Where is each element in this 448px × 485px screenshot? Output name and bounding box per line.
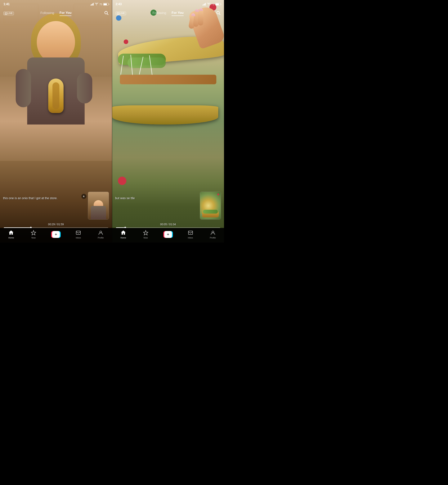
battery-fill-left — [104, 3, 107, 5]
progress-current-right: 00:05 — [160, 223, 167, 226]
progress-area-left: 00:29 / 01:59 — [0, 223, 112, 228]
face — [37, 21, 75, 63]
progress-time-right: 00:05 / 01:04 — [116, 223, 220, 226]
wifi-icon-right — [207, 3, 210, 6]
svg-line-3 — [107, 14, 108, 15]
live-badge-right: LIVE — [116, 12, 126, 15]
tab-following-left[interactable]: Following — [40, 11, 54, 16]
home-label-right: Home — [120, 237, 126, 239]
nav-item-now-left[interactable]: Now — [28, 230, 39, 239]
plate-lower — [112, 137, 224, 195]
profile-icon-left — [98, 230, 103, 236]
pip-person-body — [91, 206, 106, 219]
nav-item-profile-right[interactable]: Profile — [207, 230, 219, 239]
status-bar-left: 1:41 75 — [0, 0, 112, 8]
svg-marker-8 — [118, 13, 119, 14]
battery-left: 75 — [99, 3, 108, 6]
plus-icon-right: + — [167, 232, 169, 237]
pip-thumbnail-right[interactable] — [200, 192, 221, 219]
svg-marker-1 — [6, 13, 7, 14]
nav-bar-right: LIVE Following For You — [112, 8, 224, 18]
bottom-nav-right: Home Now + — [112, 228, 224, 242]
panel-divider — [112, 0, 112, 242]
avocado-2 — [128, 57, 166, 68]
nav-item-profile-left[interactable]: Profile — [95, 230, 106, 239]
left-panel: 1:41 75 — [0, 0, 112, 242]
status-bar-right: 2:43 71 — [112, 0, 224, 8]
home-icon-left — [8, 230, 14, 236]
pip-dot-1 — [217, 194, 219, 195]
protein — [120, 75, 216, 84]
nav-item-inbox-left[interactable]: Inbox — [72, 230, 84, 239]
inbox-label-left: Inbox — [76, 237, 81, 239]
profile-icon-right — [210, 230, 216, 236]
nav-tabs-left: Following For You — [40, 11, 72, 16]
nav-item-home-right[interactable]: Home — [118, 230, 129, 239]
bread-item — [48, 79, 64, 113]
svg-rect-12 — [188, 231, 192, 234]
nav-bar-left: LIVE Following For You — [0, 8, 112, 18]
battery-fill-right — [216, 3, 219, 5]
svg-line-10 — [219, 14, 220, 15]
progress-total-right: 01:04 — [169, 223, 176, 226]
pip-thumbnail-left[interactable] — [88, 192, 109, 219]
bread-crease — [52, 82, 59, 109]
nav-item-home-left[interactable]: Home — [5, 230, 17, 239]
person-figure — [16, 11, 96, 136]
nav-item-inbox-right[interactable]: Inbox — [185, 230, 196, 239]
inbox-icon-left — [76, 230, 81, 236]
arm-left — [16, 69, 31, 107]
signal-bar-2 — [91, 4, 92, 6]
signal-bar-r4 — [205, 3, 206, 6]
progress-area-right: 00:05 / 01:04 — [112, 223, 224, 228]
status-icons-right: 71 — [203, 3, 221, 6]
pip-content-left — [88, 192, 109, 219]
signal-icon-right — [203, 3, 206, 6]
create-btn-white: + — [52, 231, 60, 238]
svg-marker-11 — [144, 230, 148, 235]
signal-icon-left — [91, 3, 94, 6]
create-button-left[interactable]: + — [51, 231, 61, 238]
nav-item-create-left[interactable]: + — [50, 231, 62, 238]
translate-icon-left: A — [83, 195, 85, 197]
pip-inner-left — [88, 192, 109, 219]
pip-food-green — [203, 210, 218, 214]
pip-content-right — [200, 192, 221, 219]
inbox-label-right: Inbox — [188, 237, 193, 239]
battery-right: 71 — [212, 3, 221, 6]
signal-bar-r3 — [204, 3, 205, 6]
nav-item-now-right[interactable]: Now — [140, 230, 152, 239]
tab-foryou-right[interactable]: For You — [172, 11, 184, 16]
create-btn-white-r: + — [164, 231, 172, 238]
plus-icon-left: + — [55, 232, 57, 237]
nav-item-create-right[interactable]: + — [162, 231, 174, 238]
translate-button-left[interactable]: A — [81, 194, 86, 199]
now-label-right: Now — [144, 237, 148, 239]
pip-inner-right — [200, 192, 221, 219]
now-label-left: Now — [32, 237, 36, 239]
signal-bar-r1 — [203, 5, 203, 6]
live-button-right[interactable]: LIVE — [116, 12, 126, 15]
tab-foryou-left[interactable]: For You — [60, 11, 72, 16]
wifi-icon-left — [95, 3, 98, 6]
now-icon-left — [31, 230, 36, 236]
arm-right — [77, 73, 92, 104]
create-button-right[interactable]: + — [163, 231, 173, 238]
now-icon-right — [143, 230, 148, 236]
home-label-left: Home — [8, 237, 14, 239]
tortilla-bottom — [112, 105, 218, 124]
progress-time-left: 00:29 / 01:59 — [4, 223, 108, 226]
search-icon-left[interactable] — [104, 10, 109, 16]
signal-bar-1 — [91, 5, 91, 6]
tab-following-right[interactable]: Following — [152, 11, 166, 16]
nav-tabs-right: Following For You — [152, 11, 184, 16]
svg-marker-4 — [31, 230, 36, 235]
svg-rect-5 — [76, 231, 80, 234]
progress-separator-left: / — [56, 223, 57, 226]
signal-bar-4 — [93, 3, 94, 6]
home-icon-right — [121, 230, 126, 236]
profile-label-left: Profile — [98, 237, 104, 239]
search-icon-right[interactable] — [216, 10, 221, 16]
progress-current-left: 00:29 — [48, 223, 55, 226]
live-button-left[interactable]: LIVE — [3, 12, 14, 15]
